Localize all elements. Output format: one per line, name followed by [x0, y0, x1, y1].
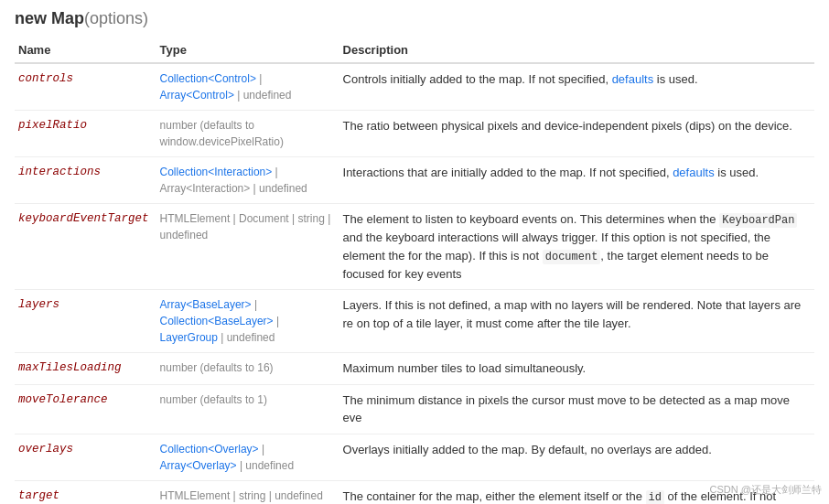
col-header-name: Name: [15, 39, 156, 63]
table-row: targetHTMLElement | string | undefinedTh…: [15, 480, 814, 504]
table-row: maxTilesLoadingnumber (defaults to 16)Ma…: [15, 353, 814, 385]
table-row: layersArray<BaseLayer> | Collection<Base…: [15, 290, 814, 353]
param-name: keyboardEventTarget: [18, 212, 149, 225]
param-name: pixelRatio: [18, 119, 87, 132]
inline-code: id: [646, 490, 664, 505]
table-row: overlaysCollection<Overlay> | Array<Over…: [15, 434, 814, 480]
param-description: The element to listen to keyboard events…: [339, 204, 814, 290]
table-row: moveTolerancenumber (defaults to 1)The m…: [15, 384, 814, 434]
param-name: layers: [18, 298, 59, 311]
param-type: HTMLElement | string | undefined: [156, 480, 339, 504]
param-description: The minimum distance in pixels the curso…: [339, 384, 814, 434]
desc-link[interactable]: defaults: [673, 166, 715, 179]
type-link[interactable]: Collection<BaseLayer>: [160, 315, 274, 327]
param-description: Maximum number tiles to load simultaneou…: [339, 353, 814, 385]
param-type: HTMLElement | Document | string | undefi…: [156, 204, 339, 290]
table-row: controlsCollection<Control> | Array<Cont…: [15, 63, 814, 111]
param-name: overlays: [18, 443, 73, 456]
param-name: interactions: [18, 166, 101, 178]
desc-link[interactable]: defaults: [612, 72, 654, 86]
type-link[interactable]: Collection<Interaction>: [160, 166, 273, 178]
param-name: target: [18, 489, 59, 502]
param-type: Collection<Overlay> | Array<Overlay> | u…: [156, 434, 339, 480]
page-title: new Map(options): [15, 9, 814, 28]
type-link[interactable]: Array<Overlay>: [160, 459, 237, 472]
api-table: Name Type Description controlsCollection…: [15, 39, 814, 504]
param-type: number (defaults to 1): [156, 384, 339, 434]
table-row: pixelRationumber (defaults to window.dev…: [15, 111, 814, 157]
table-row: keyboardEventTargetHTMLElement | Documen…: [15, 204, 814, 290]
param-description: The ratio between physical pixels and de…: [339, 111, 814, 157]
col-header-type: Type: [156, 39, 339, 63]
title-keyword: new Map: [15, 9, 84, 27]
type-link[interactable]: Collection<Overlay>: [160, 443, 259, 456]
param-type: number (defaults to 16): [156, 353, 339, 385]
param-type: Collection<Control> | Array<Control> | u…: [156, 63, 339, 111]
param-description: Overlays initially added to the map. By …: [339, 434, 814, 480]
type-link[interactable]: Array<Control>: [160, 89, 234, 102]
param-description: Interactions that are initially added to…: [339, 157, 814, 204]
type-link[interactable]: Array<BaseLayer>: [160, 298, 252, 311]
type-link[interactable]: LayerGroup: [160, 331, 218, 344]
param-name: maxTilesLoading: [18, 361, 122, 374]
type-link[interactable]: Collection<Control>: [160, 72, 256, 85]
inline-code: document: [543, 250, 601, 264]
param-name: controls: [18, 72, 73, 85]
col-header-description: Description: [339, 39, 814, 63]
param-name: moveTolerance: [18, 393, 108, 406]
param-description: Controls initially added to the map. If …: [339, 63, 814, 111]
table-row: interactionsCollection<Interaction> | Ar…: [15, 157, 814, 204]
param-description: Layers. If this is not defined, a map wi…: [339, 290, 814, 353]
watermark: CSDN @还是大剑师兰特: [710, 483, 822, 497]
param-type: Array<BaseLayer> | Collection<BaseLayer>…: [156, 290, 339, 353]
page-wrapper: new Map(options) Name Type Description c…: [0, 0, 829, 504]
param-type: number (defaults to window.devicePixelRa…: [156, 111, 339, 157]
title-params: (options): [84, 9, 148, 27]
param-type: Collection<Interaction> | Array<Interact…: [156, 157, 339, 204]
inline-code: KeyboardPan: [719, 213, 797, 228]
